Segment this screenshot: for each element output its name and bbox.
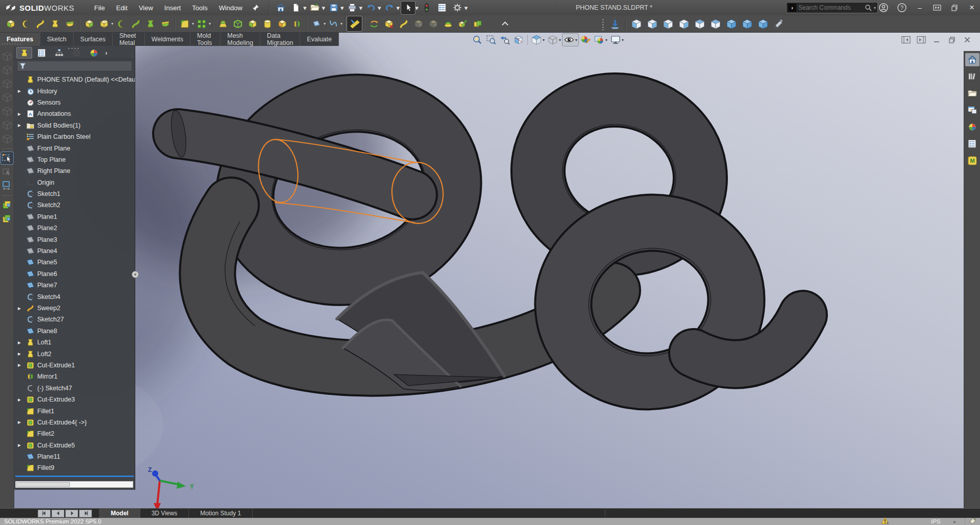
tree-item-cut-extrude5[interactable]: ▶Cut-Extrude5 [14,440,135,451]
linear-pattern-button[interactable]: ▾ [194,16,211,31]
rib-button[interactable] [245,16,260,31]
solidworks-resources-tab[interactable] [965,53,979,66]
expand-arrow-icon[interactable]: ▶ [18,123,23,128]
previous-view-button[interactable] [498,34,511,46]
expand-arrow-icon[interactable]: ▶ [18,340,23,345]
rebuild-needed-icon[interactable] [881,517,889,525]
view-back-button[interactable] [645,17,659,32]
pane-next-button[interactable] [916,35,927,45]
scrollbar-thumb[interactable] [16,482,70,487]
dome-button[interactable] [440,16,455,31]
tree-item-annotations[interactable]: ▶AAnnotations [14,108,135,119]
hide-show-items-button[interactable]: ▾ [562,34,578,46]
open-button[interactable]: ▾ [308,2,325,14]
view-trimetric-button[interactable] [740,17,754,32]
view-top-button[interactable] [692,17,707,32]
view-orientation-dropdown-caret[interactable]: ▾ [543,38,545,42]
search-commands-box[interactable]: › ▾ [786,2,878,13]
new-button[interactable]: ▾ [289,2,307,14]
tab-nav-last-button[interactable] [79,510,92,517]
pin-menu-icon[interactable] [252,4,264,11]
display-style-dropdown-caret[interactable]: ▾ [559,38,561,42]
units-selector[interactable]: IPS [931,518,941,524]
tree-item-solid-bodies-1[interactable]: ▶Solid Bodies(1) [14,120,135,131]
flex-button[interactable] [396,16,411,31]
view-bottom-button[interactable] [708,17,723,32]
tree-item-front-plane[interactable]: Front Plane [14,142,135,154]
home-button[interactable] [274,2,288,14]
file-properties-button[interactable] [435,2,449,14]
tab-data-migration[interactable]: Data Migration [260,33,300,46]
fillet-button[interactable]: ▾ [177,16,194,31]
units-caret-icon[interactable]: ▲ [952,519,958,524]
save-dropdown-caret[interactable]: ▾ [340,4,344,12]
tree-item-loft2[interactable]: ▶Loft2 [14,348,135,359]
search-magnifier-icon[interactable] [865,4,872,11]
zoom-to-area-button[interactable] [484,34,498,46]
tree-item-fillet2[interactable]: Fillet2 [14,428,135,439]
tree-item-fillet1[interactable]: Fillet1 [14,405,135,416]
design-library-tab[interactable] [965,70,979,83]
search-dropdown-caret[interactable]: ▾ [874,6,876,10]
tree-item-sketch1[interactable]: Sketch1 [14,188,135,199]
help-button[interactable]: ? [896,2,908,13]
extruded-cut-button[interactable] [82,16,96,31]
panel-drag-handle[interactable] [67,47,81,49]
tree-filter-field[interactable] [17,61,132,71]
hole-wizard-button[interactable]: ▾ [96,16,113,31]
options-button[interactable]: ▾ [451,2,468,14]
tab-mold-tools[interactable]: Mold Tools [190,33,220,46]
close-button[interactable]: × [967,3,977,13]
tree-item-cut-extrude1[interactable]: ▶Cut-Extrude1 [14,360,135,371]
expand-arrow-icon[interactable]: ▶ [18,112,23,116]
rollback-bar[interactable] [15,476,134,477]
expand-arrow-icon[interactable]: ▶ [18,306,23,311]
panel-tab-displaymanager[interactable] [86,47,102,59]
tab-nav-previous-button[interactable] [52,510,64,517]
toolbar-drag-handle[interactable] [601,18,604,30]
boundary-cut-button[interactable] [158,16,173,31]
login-button[interactable] [878,2,889,13]
rebuild-button[interactable] [420,2,434,14]
tree-item-loft1[interactable]: ▶Loft1 [14,337,135,348]
span-displays-button[interactable] [932,3,942,13]
tree-item-right-plane[interactable]: Right Plane [14,165,135,177]
tree-item-fillet9[interactable]: Fillet9 [14,462,135,473]
apply-view-button[interactable] [607,17,622,32]
shell-button[interactable] [230,16,245,31]
view-settings-button[interactable]: ▾ [609,34,625,46]
panel-tab-propertymanager[interactable] [34,47,50,59]
tag-icon[interactable] [969,517,976,525]
select-dropdown-caret[interactable]: ▾ [415,4,419,12]
tree-item-plane8[interactable]: Plane8 [14,326,135,337]
view-left-button[interactable] [660,17,675,32]
tree-item-sensors[interactable]: Sensors [14,97,135,108]
custom-properties-tab[interactable] [965,137,979,151]
panel-tab-featuremanager[interactable] [16,47,32,59]
undo-button[interactable]: ▾ [364,2,381,14]
linear-pattern-dropdown-caret[interactable]: ▾ [209,21,211,26]
revolved-cut-button[interactable] [113,16,128,31]
doc-minimize-button[interactable] [931,35,942,45]
expand-arrow-icon[interactable]: ▶ [18,363,23,367]
bottom-tab-model[interactable]: Model [99,509,140,518]
replace-face-button[interactable] [366,16,381,31]
tree-item-origin[interactable]: Origin [14,177,135,188]
view-dimetric-button[interactable] [755,17,770,32]
view-palette-tab[interactable] [965,104,979,117]
draft-button[interactable] [215,16,230,31]
open-dropdown-caret[interactable]: ▾ [322,4,325,12]
graphics-viewport[interactable]: X Y Z ▾▾▾▾▾ [0,33,980,508]
lofted-boss-base-button[interactable] [47,16,62,31]
tree-item-top-plane[interactable]: Top Plane [14,154,135,165]
view-right-button[interactable] [676,17,691,32]
save-button[interactable]: ▾ [327,2,344,14]
instant3d-button[interactable] [347,16,362,31]
pane-previous-button[interactable] [900,35,912,45]
tree-item-plane6[interactable]: Plane6 [14,268,135,280]
zoom-to-fit-button[interactable] [471,34,484,46]
isolate-components-button[interactable] [1,213,13,225]
panel-expand-button[interactable]: › [105,49,107,57]
minimize-button[interactable]: – [915,3,925,13]
wrap-button[interactable] [260,16,275,31]
